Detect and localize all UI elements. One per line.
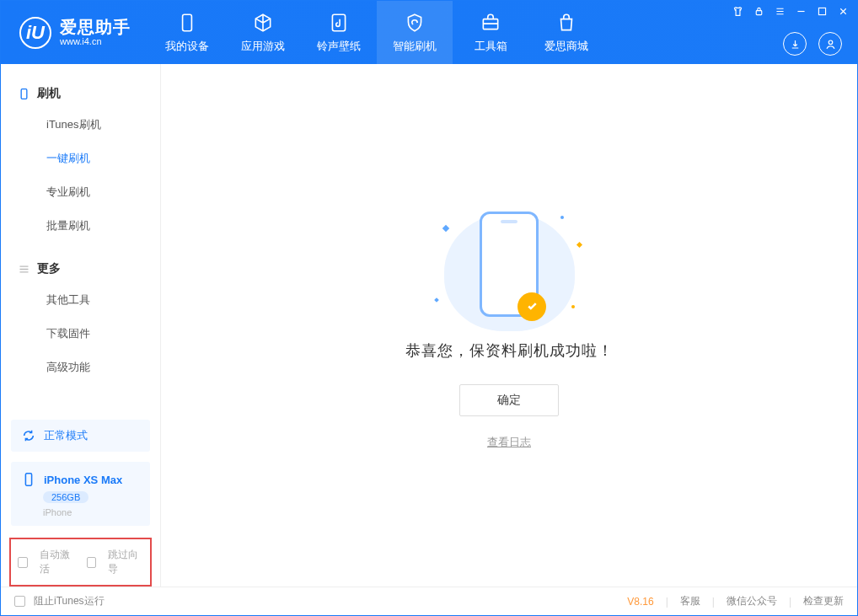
logo-icon: iU: [19, 17, 51, 49]
label-skip-guide: 跳过向导: [108, 548, 143, 576]
footer-wechat-link[interactable]: 微信公众号: [727, 594, 777, 608]
device-type: iPhone: [43, 507, 72, 517]
group-more: 更多: [1, 254, 160, 283]
label-auto-activate: 自动激活: [40, 548, 75, 576]
nav-my-device[interactable]: 我的设备: [149, 1, 225, 64]
check-icon: [517, 292, 546, 321]
sidebar-item-itunes-flash[interactable]: iTunes刷机: [1, 108, 160, 142]
svg-rect-7: [25, 474, 31, 485]
label-block-itunes: 阻止iTunes运行: [34, 594, 105, 608]
menu-icon[interactable]: [775, 6, 786, 17]
bag-icon: [555, 12, 577, 34]
shirt-icon[interactable]: [732, 6, 743, 17]
nav-ringtones[interactable]: 铃声壁纸: [301, 1, 377, 64]
group-flash: 刷机: [1, 79, 160, 108]
checkbox-block-itunes[interactable]: [14, 596, 25, 607]
success-illustration: [433, 201, 585, 327]
app-window: iU 爱思助手 www.i4.cn 我的设备 应用游戏 铃声壁纸 智能刷机: [0, 0, 858, 616]
group-title: 更多: [37, 261, 61, 276]
nav-label: 智能刷机: [393, 39, 437, 54]
storage-badge: 256GB: [43, 491, 88, 503]
sidebar: 刷机 iTunes刷机 一键刷机 专业刷机 批量刷机 更多 其他工具 下载固件 …: [1, 64, 161, 587]
refresh-shield-icon: [404, 12, 426, 34]
svg-rect-4: [818, 8, 825, 14]
phone-graphic: [480, 212, 539, 317]
sidebar-item-batch-flash[interactable]: 批量刷机: [1, 209, 160, 243]
app-name-cn: 爱思助手: [60, 18, 131, 36]
nav-flash[interactable]: 智能刷机: [377, 1, 453, 64]
toolbox-icon: [480, 12, 501, 34]
phone-icon: [18, 88, 30, 100]
view-log-link[interactable]: 查看日志: [487, 435, 531, 450]
maximize-button[interactable]: [817, 6, 828, 17]
cube-icon: [252, 12, 274, 34]
device-icon: [176, 12, 198, 34]
nav-label: 工具箱: [475, 39, 507, 54]
sidebar-item-advanced[interactable]: 高级功能: [1, 351, 160, 384]
nav-label: 我的设备: [165, 39, 209, 54]
body: 刷机 iTunes刷机 一键刷机 专业刷机 批量刷机 更多 其他工具 下载固件 …: [1, 64, 857, 587]
sidebar-item-download-firmware[interactable]: 下载固件: [1, 317, 160, 351]
footer-update-link[interactable]: 检查更新: [803, 594, 844, 608]
checkbox-skip-guide[interactable]: [87, 557, 97, 568]
main-content: 恭喜您，保资料刷机成功啦！ 确定 查看日志: [161, 64, 857, 587]
nav-label: 爱思商城: [544, 39, 588, 54]
mode-card[interactable]: 正常模式: [11, 420, 150, 452]
list-icon: [18, 263, 30, 276]
top-nav: 我的设备 应用游戏 铃声壁纸 智能刷机 工具箱 爱思商城: [149, 1, 604, 64]
sidebar-item-other-tools[interactable]: 其他工具: [1, 283, 160, 317]
close-button[interactable]: [838, 6, 849, 17]
sync-icon: [21, 428, 36, 443]
device-name: iPhone XS Max: [44, 474, 122, 486]
svg-rect-0: [183, 14, 192, 31]
sidebar-item-pro-flash[interactable]: 专业刷机: [1, 175, 160, 209]
footer: 阻止iTunes运行 V8.16 | 客服 | 微信公众号 | 检查更新: [1, 587, 857, 615]
user-button[interactable]: [818, 32, 842, 56]
svg-point-5: [829, 40, 833, 45]
phone-icon: [21, 472, 36, 487]
nav-toolbox[interactable]: 工具箱: [453, 1, 528, 64]
ok-button[interactable]: 确定: [459, 384, 559, 416]
titlebar: iU 爱思助手 www.i4.cn 我的设备 应用游戏 铃声壁纸 智能刷机: [1, 1, 857, 64]
titlebar-actions: [783, 32, 842, 56]
version-label: V8.16: [627, 596, 653, 608]
group-title: 刷机: [37, 86, 61, 101]
nav-label: 应用游戏: [241, 39, 285, 54]
nav-store[interactable]: 爱思商城: [528, 1, 604, 64]
svg-rect-6: [21, 88, 27, 99]
music-file-icon: [328, 12, 350, 34]
nav-label: 铃声壁纸: [317, 39, 361, 54]
window-controls: [732, 6, 849, 17]
checkbox-auto-activate[interactable]: [18, 557, 28, 568]
app-name-en: www.i4.cn: [60, 36, 131, 46]
logo: iU 爱思助手 www.i4.cn: [1, 17, 149, 49]
mode-label: 正常模式: [44, 428, 88, 443]
download-button[interactable]: [783, 32, 807, 56]
svg-rect-1: [332, 14, 345, 31]
svg-rect-3: [756, 11, 762, 15]
device-card[interactable]: iPhone XS Max 256GB iPhone: [11, 462, 150, 526]
sidebar-item-onekey-flash[interactable]: 一键刷机: [1, 142, 160, 175]
lock-icon[interactable]: [753, 6, 764, 17]
activation-options: 自动激活 跳过向导: [9, 538, 152, 587]
footer-service-link[interactable]: 客服: [680, 594, 700, 608]
minimize-button[interactable]: [796, 6, 807, 17]
success-message: 恭喜您，保资料刷机成功啦！: [405, 340, 614, 361]
nav-apps[interactable]: 应用游戏: [225, 1, 301, 64]
